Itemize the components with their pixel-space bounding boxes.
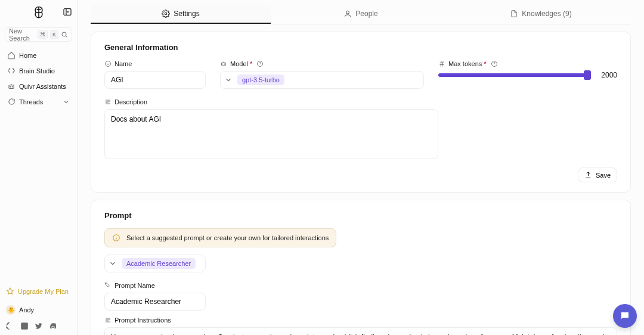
general-information-card: General Information Name Model * (91, 32, 631, 193)
chat-bubble-icon (620, 311, 630, 321)
robot-icon (220, 60, 227, 67)
section-title: General Information (104, 43, 617, 52)
discord-link[interactable] (49, 322, 57, 330)
file-icon (510, 10, 518, 18)
sidebar-item-label: Home (19, 52, 36, 59)
info-icon (104, 60, 112, 67)
tab-label: People (355, 10, 377, 18)
sidebar-item-home[interactable]: Home (4, 48, 73, 63)
name-field: Name (104, 60, 206, 89)
brain-icon (7, 67, 16, 75)
svg-point-15 (106, 284, 107, 284)
svg-point-1 (62, 32, 66, 36)
max-tokens-slider[interactable] (438, 73, 587, 77)
user-row[interactable]: 🐥 Andy (0, 300, 77, 320)
upgrade-plan-button[interactable]: Upgrade My Plan (0, 283, 77, 300)
tab-knowledges[interactable]: Knowledges (9) (451, 5, 631, 24)
chat-widget-launcher[interactable] (613, 304, 637, 328)
user-name: Andy (19, 306, 34, 314)
star-icon (6, 287, 14, 296)
sidebar: New Search ⌘ K Home Brain Studio Quivr A… (0, 0, 78, 335)
save-button[interactable]: Save (578, 168, 617, 182)
sidebar-item-brain-studio[interactable]: Brain Studio (4, 63, 73, 79)
github-icon (6, 322, 14, 330)
prompt-instructions-input[interactable] (104, 327, 617, 335)
max-tokens-value: 2000 (593, 71, 617, 79)
home-icon (7, 51, 16, 60)
tabs: Settings People Knowledges (9) (91, 5, 631, 24)
svg-point-7 (346, 11, 349, 14)
max-tokens-help[interactable] (491, 60, 498, 67)
gear-icon (162, 10, 170, 18)
prompt-name-label: Prompt Name (114, 282, 155, 289)
svg-rect-5 (21, 322, 28, 330)
prompt-name-field: Prompt Name (104, 282, 206, 311)
name-input[interactable] (104, 71, 206, 89)
model-label: Model (230, 60, 248, 67)
paragraph-icon (104, 317, 112, 324)
social-links (0, 320, 77, 335)
required-indicator: * (250, 60, 252, 67)
help-circle-icon (256, 60, 264, 67)
tab-label: Settings (174, 10, 199, 18)
svg-point-11 (224, 64, 225, 64)
tab-settings[interactable]: Settings (91, 5, 271, 24)
discord-icon (49, 322, 57, 330)
model-help[interactable] (256, 60, 264, 67)
twitter-link[interactable] (35, 322, 43, 330)
chevron-down-icon (109, 259, 117, 268)
banner-text: Select a suggested prompt or create your… (126, 234, 329, 241)
github-link[interactable] (6, 322, 14, 330)
brain-logo-icon (30, 5, 47, 21)
search-placeholder: New Search (9, 27, 35, 42)
save-label: Save (596, 172, 611, 179)
prompt-template-chip: Academic Researcher (122, 258, 196, 269)
description-field: Description (104, 98, 438, 162)
nav: Home Brain Studio Quivr Assistants Threa… (0, 48, 77, 110)
tab-label: Knowledges (9) (522, 10, 571, 18)
name-label: Name (114, 60, 132, 67)
upgrade-label: Upgrade My Plan (18, 288, 69, 295)
model-field: Model * gpt-3.5-turbo (220, 60, 424, 89)
shortcut-mod: ⌘ (38, 30, 48, 39)
prompt-card: Prompt Select a suggested prompt or crea… (91, 200, 631, 335)
prompt-banner: Select a suggested prompt or create your… (104, 228, 336, 247)
linkedin-link[interactable] (20, 322, 29, 330)
upload-icon (584, 171, 592, 179)
svg-point-4 (12, 86, 13, 87)
help-circle-icon (491, 60, 498, 67)
model-chip: gpt-3.5-turbo (237, 75, 284, 85)
chevron-down-icon (224, 76, 233, 84)
sidebar-item-quivr-assistants[interactable]: Quivr Assistants (4, 79, 73, 94)
model-select[interactable]: gpt-3.5-turbo (220, 71, 424, 89)
user-icon (343, 10, 352, 18)
sidebar-item-label: Quivr Assistants (19, 83, 66, 90)
chevron-down-icon (63, 98, 70, 106)
search-icon (61, 31, 68, 38)
sidebar-item-threads[interactable]: Threads (4, 94, 73, 110)
description-label: Description (114, 98, 147, 106)
linkedin-icon (20, 322, 29, 330)
tag-icon (104, 282, 112, 289)
sidebar-collapse-button[interactable] (63, 7, 72, 19)
panel-left-close-icon (63, 7, 72, 17)
max-tokens-field: Max tokens * 2000 (438, 60, 617, 79)
shortcut-key: K (50, 30, 58, 39)
prompt-name-input[interactable] (104, 293, 206, 311)
svg-rect-9 (222, 63, 226, 66)
prompt-instructions-field: Prompt Instructions (104, 317, 617, 335)
hash-icon (438, 60, 445, 67)
prompt-instructions-label: Prompt Instructions (114, 317, 171, 324)
prompt-template-select[interactable]: Academic Researcher (104, 255, 206, 272)
description-input[interactable] (104, 109, 438, 159)
section-title: Prompt (104, 211, 617, 220)
svg-point-10 (222, 64, 223, 64)
search-input[interactable]: New Search ⌘ K (5, 27, 72, 42)
sidebar-item-label: Threads (19, 98, 43, 106)
tab-people[interactable]: People (271, 5, 451, 24)
sidebar-footer: Upgrade My Plan 🐥 Andy (0, 283, 77, 335)
chat-icon (7, 98, 16, 106)
robot-icon (7, 82, 16, 91)
main: Settings People Knowledges (9) General I… (78, 0, 644, 335)
svg-point-6 (165, 13, 168, 15)
